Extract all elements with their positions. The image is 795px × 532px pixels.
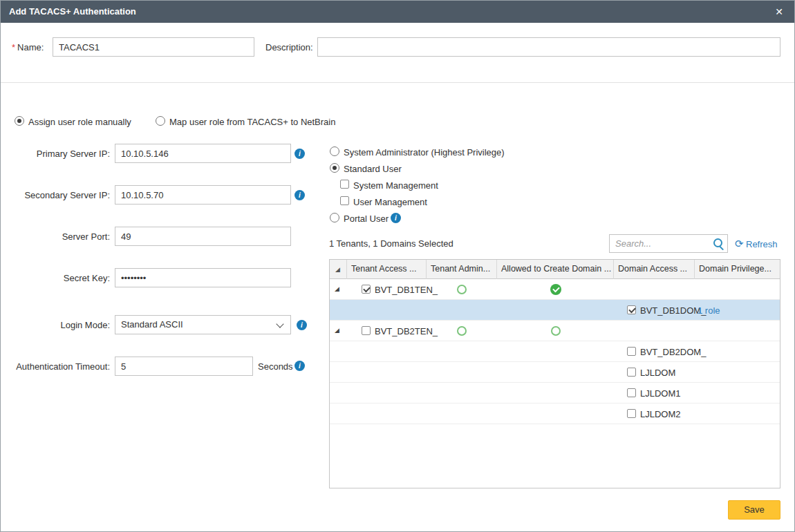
domain2-checkbox[interactable]	[627, 347, 636, 356]
user-management-checkbox[interactable]	[340, 196, 349, 205]
system-admin-label: System Administrator (Highest Privilege)	[344, 147, 505, 158]
name-input[interactable]	[53, 37, 254, 57]
domain1-checkbox[interactable]	[627, 305, 636, 314]
allowed-create-circle-icon[interactable]	[551, 326, 561, 336]
system-management-checkbox[interactable]	[340, 180, 349, 189]
system-admin-radio[interactable]	[330, 146, 339, 156]
tenant2-checkbox[interactable]	[362, 326, 371, 335]
auth-timeout-input[interactable]	[115, 357, 253, 376]
col-tenant-access[interactable]: Tenant Access ...	[347, 260, 427, 279]
login-mode-select[interactable]: Standard ASCII	[115, 315, 291, 334]
auth-timeout-label: Authentication Timeout:	[1, 361, 110, 372]
login-mode-label: Login Mode:	[1, 320, 110, 330]
table-row-tenant-bvt-db2ten[interactable]: ◢ BVT_DB2TEN_	[330, 321, 780, 341]
tenant1-checkbox[interactable]	[362, 285, 371, 294]
header-expander-cell[interactable]: ◢	[330, 260, 347, 279]
login-mode-info-icon[interactable]: i	[297, 320, 307, 330]
table-header: ◢ Tenant Access ... Tenant Admin... Allo…	[330, 260, 780, 279]
tenant-summary: 1 Tenants, 1 Domains Selected	[329, 238, 453, 249]
tenant-admin-circle-icon[interactable]	[457, 326, 467, 336]
description-label: Description:	[265, 42, 313, 53]
domain4-checkbox[interactable]	[627, 388, 636, 397]
primary-ip-input[interactable]	[115, 144, 291, 163]
section-divider	[1, 82, 794, 83]
assign-manually-radio[interactable]	[15, 116, 24, 126]
primary-ip-info-icon[interactable]: i	[294, 149, 305, 159]
domain1-role-link[interactable]: 1 role	[698, 305, 720, 316]
dialog-titlebar: Add TACACS+ Authentication ✕	[1, 1, 794, 23]
portal-user-label: Portal User	[344, 213, 389, 224]
expander-icon[interactable]: ◢	[335, 285, 339, 293]
portal-user-info-icon[interactable]: i	[391, 213, 401, 223]
save-button[interactable]: Save	[728, 500, 780, 520]
system-management-label: System Management	[353, 180, 438, 191]
server-port-input[interactable]	[115, 227, 291, 246]
col-tenant-admin[interactable]: Tenant Admin...	[427, 260, 497, 279]
description-input[interactable]	[317, 37, 780, 57]
table-row-domain-ljldom[interactable]: LJLDOM	[330, 362, 780, 383]
refresh-icon[interactable]: ⟳	[735, 238, 744, 249]
col-domain-privilege[interactable]: Domain Privilege...	[695, 260, 780, 279]
table-row-domain-ljldom1[interactable]: LJLDOM1	[330, 383, 780, 403]
table-row-domain-bvt-db2dom[interactable]: BVT_DB2DOM_	[330, 341, 780, 362]
domain5-checkbox[interactable]	[627, 409, 636, 418]
standard-user-label: Standard User	[344, 164, 402, 174]
domain2-label: BVT_DB2DOM_	[640, 347, 706, 357]
table-row-domain-bvt-db1dom[interactable]: BVT_DB1DOM_ 1 role	[330, 300, 780, 321]
tenant-admin-circle-icon[interactable]	[457, 285, 467, 294]
search-icon[interactable]	[713, 238, 724, 249]
domain3-checkbox[interactable]	[627, 368, 636, 377]
portal-user-radio[interactable]	[330, 213, 339, 222]
col-allowed-create[interactable]: Allowed to Create Domain ...	[497, 260, 614, 279]
assign-manually-label: Assign user role manually	[28, 117, 131, 127]
tenant-domain-table: ◢ Tenant Access ... Tenant Admin... Allo…	[329, 259, 780, 488]
auth-timeout-unit: Seconds	[258, 361, 293, 372]
primary-ip-label: Primary Server IP:	[1, 149, 110, 159]
table-row-tenant-bvt-db1ten[interactable]: ◢ BVT_DB1TEN_	[330, 279, 780, 300]
close-icon[interactable]: ✕	[771, 1, 787, 23]
domain5-label: LJLDOM2	[640, 409, 681, 419]
expander-icon[interactable]: ◢	[335, 327, 339, 334]
table-row-domain-ljldom2[interactable]: LJLDOM2	[330, 403, 780, 424]
map-role-radio[interactable]	[156, 116, 165, 126]
map-role-label: Map user role from TACACS+ to NetBrain	[169, 117, 335, 127]
secret-key-label: Secret Key:	[1, 273, 110, 283]
secondary-ip-input[interactable]	[115, 185, 291, 205]
name-label: *Name:	[12, 42, 44, 53]
auth-timeout-info-icon[interactable]: i	[294, 361, 305, 371]
add-tacacs-dialog: Add TACACS+ Authentication ✕ *Name: Desc…	[0, 0, 795, 532]
dialog-title: Add TACACS+ Authentication	[9, 6, 136, 17]
secondary-ip-label: Secondary Server IP:	[1, 190, 110, 200]
allowed-create-check-icon[interactable]	[550, 284, 561, 295]
refresh-link[interactable]: Refresh	[746, 239, 778, 249]
domain3-label: LJLDOM	[640, 368, 675, 378]
server-port-label: Server Port:	[1, 231, 110, 242]
standard-user-radio[interactable]	[330, 163, 339, 173]
secondary-ip-info-icon[interactable]: i	[294, 190, 305, 200]
tenant1-label: BVT_DB1TEN_	[375, 285, 438, 295]
col-domain-access[interactable]: Domain Access ...	[614, 260, 695, 279]
secret-key-input[interactable]	[115, 268, 291, 287]
domain4-label: LJLDOM1	[640, 388, 681, 399]
search-input[interactable]	[609, 234, 728, 253]
user-management-label: User Management	[353, 197, 427, 207]
domain1-label: BVT_DB1DOM_	[640, 305, 706, 316]
required-asterisk: *	[12, 42, 15, 53]
tenant2-label: BVT_DB2TEN_	[375, 326, 438, 336]
collapse-all-icon[interactable]: ◢	[335, 266, 340, 274]
